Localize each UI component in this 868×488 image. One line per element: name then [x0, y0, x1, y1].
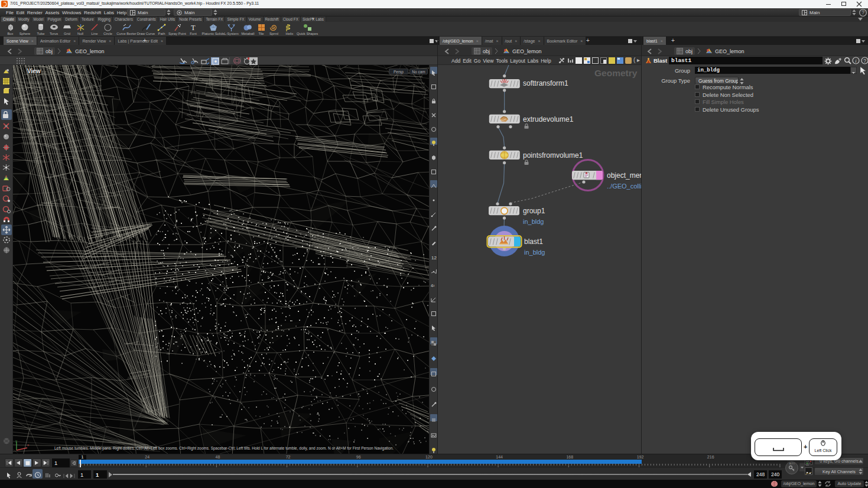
svg-text:T: T — [191, 24, 196, 31]
svg-text:?: ? — [862, 9, 864, 15]
svg-text:?: ? — [863, 58, 866, 64]
svg-text:i: i — [855, 58, 857, 64]
svg-text:x: x — [27, 443, 29, 447]
svg-text:12: 12 — [431, 255, 437, 260]
svg-text:4²: 4² — [431, 284, 435, 288]
svg-text:y: y — [15, 439, 17, 443]
